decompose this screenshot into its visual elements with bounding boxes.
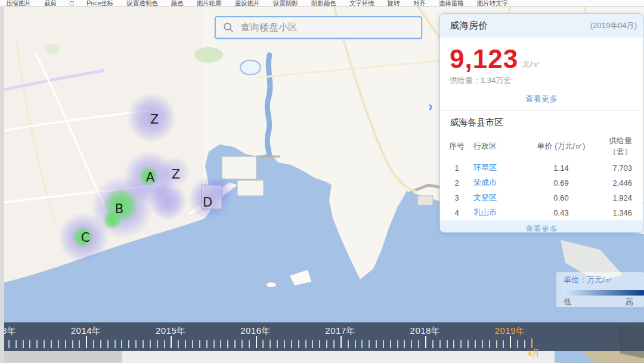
supply-value: 2,446 [596, 179, 643, 187]
heat-marker-label[interactable]: D [203, 195, 212, 210]
district-table-body: 1环翠区1.147,7032荣成市0.692,4463文登区0.601,9244… [440, 161, 643, 220]
heat-marker-label[interactable]: B [115, 202, 123, 216]
timeline-month-label: 4月 [527, 348, 540, 359]
timeline-year-label[interactable]: 2015年 [156, 325, 186, 337]
timeline-tick [58, 340, 59, 348]
timeline-tick [312, 340, 313, 348]
timeline-tick [531, 339, 532, 348]
timeline-tick [143, 340, 144, 348]
timeline-tick [432, 340, 434, 348]
timeline-tick [503, 340, 504, 348]
timeline-tick [291, 340, 292, 348]
toolbar-item[interactable]: 颜色 [171, 0, 184, 6]
price-panel: 威海房价 (2019年04月) 9,123 元/㎡ 供给量：1.34万套 查看更… [439, 13, 643, 233]
timeline-tick [411, 340, 412, 348]
timeline-tick [277, 340, 278, 348]
district-link[interactable]: 文登区 [473, 192, 526, 203]
map-legend: 单位：万元/㎡ 低 高 [556, 272, 644, 307]
view-more-link[interactable]: 查看更多 [440, 86, 643, 110]
heat-marker-label[interactable]: Z [150, 112, 159, 127]
toolbar-item[interactable]: 对齐 [413, 0, 426, 6]
table-row[interactable]: 3文登区0.601,924 [440, 190, 643, 205]
top-toolbar: 压缩图片裁剪□Price坐标设置透明色颜色图片轮廓重设图片设置阴影阴影颜色文字环… [0, 0, 644, 7]
timeline-tick [305, 340, 306, 348]
panel-collapse-toggle[interactable]: › [425, 100, 436, 113]
toolbar-item[interactable]: 压缩图片 [6, 0, 31, 6]
timeline-tick [157, 340, 158, 348]
supply-value: 1,924 [596, 193, 643, 202]
timeline-tick [242, 340, 243, 348]
timeline-tick [23, 340, 24, 348]
table-row[interactable]: 1环翠区1.147,703 [440, 161, 643, 176]
timeline-tick [262, 340, 264, 348]
search-input[interactable] [239, 21, 421, 33]
timeline-tick [185, 340, 186, 348]
column-header: 序号 [440, 141, 473, 152]
column-header: 供给量（套） [596, 136, 643, 157]
district-table-header: 序号行政区单价 (万元/㎡)供给量（套） [440, 134, 643, 161]
timeline-tick [192, 340, 193, 348]
bottom-background [0, 351, 555, 363]
timeline-tick [72, 340, 73, 348]
timeline-tick [418, 340, 419, 348]
heat-marker-label[interactable]: A [146, 170, 154, 184]
district-link[interactable]: 环翠区 [473, 162, 526, 173]
timeline-tick [121, 340, 122, 348]
supply-value: 7,703 [596, 164, 643, 173]
timeline-tick [524, 340, 525, 348]
heat-marker-label[interactable]: C [81, 230, 90, 245]
search-box[interactable] [215, 16, 422, 39]
timeline-year-label[interactable]: 2017年 [325, 325, 355, 337]
panel-header: 威海房价 (2019年04月) [440, 14, 643, 38]
timeline-tick [234, 340, 236, 348]
timeline-tick [460, 340, 462, 348]
timeline-tick [376, 340, 377, 348]
toolbar-item[interactable]: 文字环绕 [349, 0, 374, 6]
heat-marker-label[interactable]: Z [172, 167, 180, 182]
timeline-tick [383, 340, 384, 348]
timeline-tick [135, 340, 137, 348]
timeline-tick [171, 336, 172, 348]
row-index: 1 [440, 164, 473, 173]
timeline-year-label[interactable]: 2019年 [495, 325, 525, 337]
district-link[interactable]: 乳山市 [473, 207, 526, 218]
row-index: 3 [440, 193, 473, 202]
timeline-tick [319, 340, 320, 348]
timeline-tick [227, 340, 228, 348]
timeline-year-label[interactable]: 2014年 [71, 325, 101, 337]
timeline-slider[interactable]: 2013年2014年2015年2016年2017年2018年2019年 4月 [0, 322, 644, 351]
timeline-tick [333, 340, 335, 348]
toolbar-item[interactable]: 设置透明色 [126, 0, 158, 6]
timeline-tick [107, 340, 109, 348]
timeline-tick [93, 340, 94, 348]
timeline-tick [29, 340, 30, 348]
timeline-tick [369, 340, 370, 348]
toolbar-item[interactable]: 裁剪 [44, 0, 57, 6]
toolbar-item[interactable]: 阴影颜色 [311, 0, 336, 6]
toolbar-item[interactable]: □ [70, 0, 73, 6]
toolbar-item[interactable]: 设置阴影 [273, 0, 298, 6]
timeline-tick [178, 340, 179, 348]
table-row[interactable]: 2荣成市0.692,446 [440, 176, 643, 190]
timeline-tick [65, 340, 66, 348]
timeline-tick [51, 340, 52, 348]
app-window: 压缩图片裁剪□Price坐标设置透明色颜色图片轮廓重设图片设置阴影阴影颜色文字环… [0, 0, 644, 363]
timeline-tick [510, 336, 511, 348]
legend-high-label: 高 [626, 297, 633, 307]
toolbar-item[interactable]: 选择窗格 [439, 0, 464, 6]
timeline-tick [298, 340, 299, 348]
legend-low-label: 低 [564, 297, 571, 307]
timeline-tick [482, 340, 483, 348]
toolbar-item[interactable]: 重设图片 [235, 0, 260, 6]
toolbar-item[interactable]: 图片轮廓 [197, 0, 222, 6]
toolbar-item[interactable]: 图片转文字 [477, 0, 509, 6]
panel-title: 威海房价 [450, 20, 488, 32]
toolbar-item[interactable]: 旋转 [388, 0, 400, 6]
timeline-year-label[interactable]: 2018年 [410, 325, 441, 337]
toolbar-item[interactable]: Price坐标 [86, 0, 113, 6]
timeline-year-label[interactable]: 2016年 [240, 325, 271, 337]
legend-scale: 低 高 [556, 296, 644, 307]
footer-view-more-link[interactable]: 查看更多 [440, 220, 643, 233]
table-row[interactable]: 4乳山市0.431,346 [440, 205, 643, 220]
district-link[interactable]: 荣成市 [473, 177, 526, 188]
